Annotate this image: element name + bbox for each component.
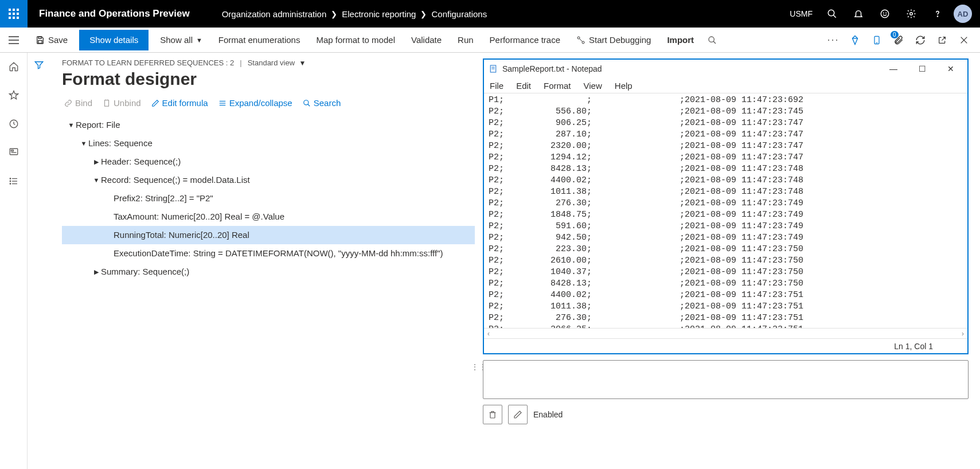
- menu-view[interactable]: View: [584, 81, 602, 91]
- close-icon[interactable]: ✕: [939, 64, 963, 73]
- tree-node-record[interactable]: ▼Record: Sequence(;) = model.Data.List: [62, 171, 475, 189]
- bind-button[interactable]: Bind: [64, 98, 92, 108]
- toolbar-search-icon[interactable]: [702, 28, 723, 53]
- app-title: Finance and Operations Preview: [28, 8, 205, 19]
- menu-format[interactable]: Format: [544, 81, 571, 91]
- more-icon[interactable]: ···: [823, 28, 844, 53]
- svg-rect-3: [9, 13, 11, 15]
- notepad-titlebar[interactable]: SampleReport.txt - Notepad — ☐ ✕: [484, 60, 967, 78]
- save-label: Save: [48, 35, 68, 45]
- notepad-title: SampleReport.txt - Notepad: [502, 64, 877, 73]
- start-debugging-button[interactable]: Start Debugging: [568, 28, 659, 53]
- scroll-left-icon[interactable]: ‹: [487, 330, 490, 338]
- tree-node-header[interactable]: ▶Header: Sequence(;): [62, 153, 475, 171]
- performance-trace-button[interactable]: Performance trace: [482, 28, 568, 53]
- filter-icon[interactable]: [34, 60, 44, 469]
- home-icon[interactable]: [0, 58, 28, 75]
- tree-node-lines[interactable]: ▼Lines: Sequence: [62, 134, 475, 153]
- svg-point-24: [709, 37, 714, 42]
- delete-icon[interactable]: [483, 405, 502, 424]
- svg-point-11: [881, 10, 889, 18]
- maximize-icon[interactable]: ☐: [910, 64, 934, 73]
- svg-line-47: [307, 104, 310, 106]
- refresh-icon[interactable]: [910, 28, 931, 53]
- caret-right-icon[interactable]: ▶: [92, 153, 101, 170]
- tree-node-taxamount[interactable]: TaxAmount: Numeric[20..20] Real = @.Valu…: [62, 208, 475, 226]
- menu-edit[interactable]: Edit: [516, 81, 531, 91]
- designer-pane: FORMAT TO LEARN DEFERRED SEQUENCES : 2 |…: [50, 58, 475, 469]
- caret-down-icon[interactable]: ▼: [92, 171, 101, 189]
- enabled-row: Enabled: [483, 405, 969, 424]
- search-button[interactable]: Search: [303, 98, 341, 108]
- svg-point-34: [10, 178, 11, 179]
- map-format-button[interactable]: Map format to model: [308, 28, 403, 53]
- caret-right-icon[interactable]: ▶: [92, 263, 101, 280]
- caret-down-icon[interactable]: ▼: [79, 135, 88, 152]
- tree-node-execdatetime[interactable]: ExecutionDateTime: String = DATETIMEFORM…: [62, 244, 475, 263]
- popout-icon[interactable]: [932, 28, 952, 53]
- show-all-button[interactable]: Show all▼: [152, 28, 210, 53]
- diamond-icon[interactable]: [845, 28, 865, 53]
- notepad-scrollbar[interactable]: ‹›: [484, 328, 967, 338]
- scroll-right-icon[interactable]: ›: [962, 330, 964, 338]
- attach-icon[interactable]: 0: [888, 28, 909, 53]
- run-button[interactable]: Run: [450, 28, 482, 53]
- svg-point-14: [910, 13, 913, 15]
- import-button[interactable]: Import: [659, 28, 702, 53]
- expand-collapse-button[interactable]: Expand/collapse: [218, 98, 292, 108]
- edit-formula-button[interactable]: Edit formula: [151, 98, 208, 108]
- phone-icon[interactable]: [866, 28, 887, 53]
- svg-line-25: [713, 41, 716, 44]
- page-title: Format designer: [62, 69, 475, 89]
- notepad-status: Ln 1, Col 1: [484, 338, 967, 353]
- breadcrumb-item[interactable]: Configurations: [431, 9, 487, 19]
- svg-rect-19: [38, 37, 41, 38]
- unbind-button[interactable]: Unbind: [103, 98, 141, 108]
- edit-icon[interactable]: [508, 405, 528, 424]
- tree-node-runningtotal[interactable]: RunningTotal: Numeric[20..20] Real: [62, 226, 475, 244]
- svg-point-36: [10, 181, 11, 182]
- show-details-button[interactable]: Show details: [79, 30, 149, 50]
- left-rail: [0, 53, 28, 469]
- close-icon[interactable]: [954, 28, 974, 53]
- view-selector[interactable]: Standard view ▼: [248, 58, 306, 67]
- formula-textarea[interactable]: [483, 360, 969, 399]
- designer-subtoolbar: Bind Unbind Edit formula Expand/collapse…: [62, 98, 475, 108]
- chevron-down-icon: ▼: [196, 37, 202, 44]
- svg-rect-32: [11, 150, 13, 151]
- format-enumerations-button[interactable]: Format enumerations: [210, 28, 309, 53]
- tree-node-prefix2[interactable]: Prefix2: String[2..2] = "P2": [62, 189, 475, 208]
- menu-help[interactable]: Help: [615, 81, 632, 91]
- config-crumb: FORMAT TO LEARN DEFERRED SEQUENCES : 2: [62, 58, 234, 67]
- gear-icon[interactable]: [899, 0, 924, 28]
- svg-rect-40: [105, 100, 109, 106]
- tree-node-summary[interactable]: ▶Summary: Sequence(;): [62, 263, 475, 281]
- app-launcher-icon[interactable]: [0, 0, 28, 28]
- bell-icon[interactable]: [846, 0, 871, 28]
- tree-node-report[interactable]: ▼Report: File: [62, 116, 475, 134]
- breadcrumb-item[interactable]: Organization administration: [222, 9, 327, 19]
- help-icon[interactable]: [925, 0, 950, 28]
- svg-rect-0: [9, 9, 11, 11]
- clock-icon[interactable]: [0, 116, 28, 132]
- star-icon[interactable]: [0, 87, 28, 103]
- svg-rect-6: [9, 17, 11, 19]
- search-icon[interactable]: [819, 0, 845, 28]
- notepad-icon: [489, 64, 498, 73]
- company-selector[interactable]: USMF: [784, 0, 818, 28]
- avatar[interactable]: AD: [954, 5, 972, 23]
- pane-resizer[interactable]: ⋮⋮: [475, 58, 483, 469]
- minimize-icon[interactable]: —: [881, 64, 905, 73]
- svg-line-10: [833, 15, 836, 18]
- menu-file[interactable]: File: [490, 81, 503, 91]
- smile-icon[interactable]: [872, 0, 897, 28]
- hamburger-icon[interactable]: [0, 28, 28, 52]
- svg-rect-2: [17, 9, 19, 11]
- breadcrumb-item[interactable]: Electronic reporting: [342, 9, 416, 19]
- caret-down-icon[interactable]: ▼: [67, 116, 76, 134]
- notepad-content[interactable]: P1; ; ;2021-08-09 11:47:23:692 P2; 556.8…: [484, 93, 967, 328]
- workspace-icon[interactable]: [0, 144, 28, 161]
- list-icon[interactable]: [0, 173, 28, 189]
- save-button[interactable]: Save: [28, 28, 76, 53]
- validate-button[interactable]: Validate: [403, 28, 450, 53]
